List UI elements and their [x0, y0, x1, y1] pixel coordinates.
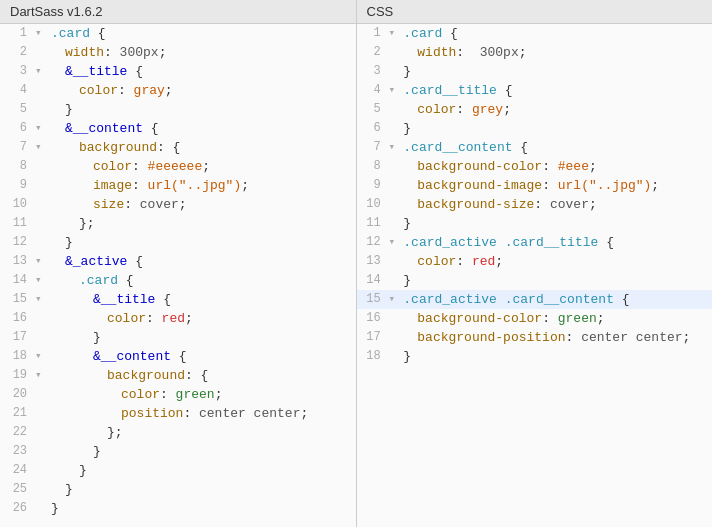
line-number: 7: [0, 138, 33, 157]
line-number: 20: [0, 385, 33, 404]
code-content: width: 300px;: [399, 43, 712, 62]
table-row: 18▾&__content {: [0, 347, 356, 366]
line-number: 25: [0, 480, 33, 499]
fold-arrow: [387, 347, 400, 366]
token: }: [403, 273, 411, 288]
token: :: [183, 406, 199, 421]
code-content: }: [47, 100, 356, 119]
fold-arrow: [33, 81, 47, 100]
code-content: };: [47, 214, 356, 233]
code-content: .card__content {: [399, 138, 712, 157]
code-content: }: [47, 328, 356, 347]
line-number: 23: [0, 442, 33, 461]
token: &__content: [93, 349, 179, 364]
token: {: [135, 64, 143, 79]
fold-arrow: [387, 176, 400, 195]
fold-arrow[interactable]: ▾: [33, 347, 47, 366]
line-number: 8: [0, 157, 33, 176]
line-number: 18: [0, 347, 33, 366]
fold-arrow: [33, 404, 47, 423]
token: .card: [51, 26, 98, 41]
code-content: }: [399, 347, 712, 366]
token: {: [163, 292, 171, 307]
fold-arrow[interactable]: ▾: [33, 290, 47, 309]
token: center center: [199, 406, 300, 421]
line-number: 13: [0, 252, 33, 271]
fold-arrow: [387, 214, 400, 233]
fold-arrow: [33, 309, 47, 328]
table-row: 22 };: [0, 423, 356, 442]
code-content: .card {: [399, 24, 712, 43]
table-row: 4▾.card__title {: [357, 81, 713, 100]
fold-arrow: [33, 157, 47, 176]
fold-arrow: [33, 499, 47, 518]
code-content: .card_active .card__title {: [399, 233, 712, 252]
token: {: [135, 254, 143, 269]
code-content: background-image: url("..jpg");: [399, 176, 712, 195]
line-number: 26: [0, 499, 33, 518]
table-row: 25 }: [0, 480, 356, 499]
fold-arrow[interactable]: ▾: [33, 119, 47, 138]
token: red: [162, 311, 185, 326]
fold-arrow: [33, 43, 47, 62]
token: width: [65, 45, 104, 60]
fold-arrow[interactable]: ▾: [33, 252, 47, 271]
table-row: 12 }: [0, 233, 356, 252]
code-area-css: 1▾.card {2 width: 300px;3 }4▾.card__titl…: [357, 24, 713, 527]
code-content: color: green;: [47, 385, 356, 404]
token: #eeeeee: [148, 159, 203, 174]
token: ;: [165, 83, 173, 98]
token: :: [104, 45, 120, 60]
table-row: 13▾&_active {: [0, 252, 356, 271]
token: ;: [495, 254, 503, 269]
token: green: [176, 387, 215, 402]
fold-arrow[interactable]: ▾: [33, 24, 47, 43]
token: size: [93, 197, 124, 212]
fold-arrow[interactable]: ▾: [387, 290, 400, 309]
fold-arrow: [387, 309, 400, 328]
token: 300px: [120, 45, 159, 60]
line-number: 17: [0, 328, 33, 347]
token: background-image: [417, 178, 542, 193]
token: ;: [179, 197, 187, 212]
code-content: };: [47, 423, 356, 442]
token: }: [65, 102, 73, 117]
fold-arrow[interactable]: ▾: [387, 138, 400, 157]
token: ;: [159, 45, 167, 60]
token: :: [542, 159, 558, 174]
fold-arrow[interactable]: ▾: [33, 271, 47, 290]
fold-arrow[interactable]: ▾: [387, 24, 400, 43]
token: color: [79, 83, 118, 98]
token: color: [121, 387, 160, 402]
line-number: 8: [357, 157, 387, 176]
token: ;: [503, 102, 511, 117]
code-content: }: [399, 62, 712, 81]
line-number: 19: [0, 366, 33, 385]
fold-arrow: [33, 461, 47, 480]
token: :: [542, 178, 558, 193]
table-row: 2 width: 300px;: [0, 43, 356, 62]
code-content: background-size: cover;: [399, 195, 712, 214]
fold-arrow[interactable]: ▾: [387, 81, 400, 100]
line-number: 15: [0, 290, 33, 309]
token: :: [566, 330, 582, 345]
fold-arrow[interactable]: ▾: [387, 233, 400, 252]
code-content: color: red;: [47, 309, 356, 328]
fold-arrow[interactable]: ▾: [33, 138, 47, 157]
fold-arrow: [33, 442, 47, 461]
line-number: 11: [0, 214, 33, 233]
line-number: 14: [0, 271, 33, 290]
table-row: 17 }: [0, 328, 356, 347]
token: ;: [300, 406, 308, 421]
token: &_active: [65, 254, 135, 269]
token: ;: [651, 178, 659, 193]
fold-arrow[interactable]: ▾: [33, 62, 47, 81]
line-number: 15: [357, 290, 387, 309]
token: ;: [185, 311, 193, 326]
fold-arrow: [387, 119, 400, 138]
table-row: 2 width: 300px;: [357, 43, 713, 62]
token: background: [79, 140, 157, 155]
token: }: [403, 64, 411, 79]
line-number: 5: [357, 100, 387, 119]
fold-arrow[interactable]: ▾: [33, 366, 47, 385]
